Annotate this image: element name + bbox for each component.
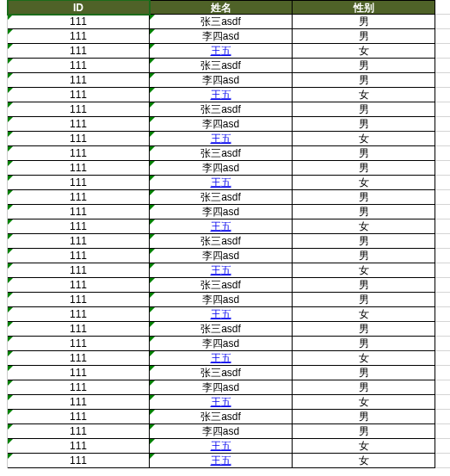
cell-gender[interactable]: 男 xyxy=(293,15,435,29)
cell-id[interactable]: 111 xyxy=(8,454,150,468)
cell-gender[interactable]: 男 xyxy=(293,322,435,337)
trailing-cell[interactable] xyxy=(435,73,450,88)
cell-gender[interactable]: 女 xyxy=(293,132,435,146)
cell-id[interactable]: 111 xyxy=(8,59,150,73)
cell-gender[interactable]: 男 xyxy=(293,278,435,293)
cell-id[interactable]: 111 xyxy=(8,219,150,234)
cell-id[interactable]: 111 xyxy=(8,44,150,59)
trailing-cell[interactable] xyxy=(435,439,450,454)
cell-id[interactable]: 111 xyxy=(8,234,150,249)
cell-id[interactable]: 111 xyxy=(8,146,150,161)
cell-name[interactable]: 李四asd xyxy=(150,29,293,44)
cell-name[interactable]: 李四asd xyxy=(150,117,293,132)
cell-name[interactable]: 张三asdf xyxy=(150,410,293,424)
cell-gender[interactable]: 男 xyxy=(293,337,435,351)
cell-gender[interactable]: 男 xyxy=(293,424,435,439)
cell-id[interactable]: 111 xyxy=(8,161,150,176)
cell-gender[interactable]: 女 xyxy=(293,176,435,190)
cell-name[interactable]: 李四asd xyxy=(150,205,293,219)
cell-name[interactable]: 王五 xyxy=(150,395,293,410)
cell-gender[interactable]: 女 xyxy=(293,351,435,366)
trailing-cell[interactable] xyxy=(435,0,450,15)
cell-gender[interactable]: 男 xyxy=(293,234,435,249)
trailing-cell[interactable] xyxy=(435,15,450,29)
trailing-cell[interactable] xyxy=(435,307,450,322)
cell-name[interactable]: 王五 xyxy=(150,454,293,468)
cell-name[interactable]: 张三asdf xyxy=(150,102,293,117)
cell-gender[interactable]: 男 xyxy=(293,73,435,88)
cell-name[interactable]: 王五 xyxy=(150,44,293,59)
cell-name[interactable]: 王五 xyxy=(150,219,293,234)
trailing-cell[interactable] xyxy=(435,351,450,366)
header-name[interactable]: 姓名 xyxy=(150,0,293,15)
cell-id[interactable]: 111 xyxy=(8,293,150,307)
cell-id[interactable]: 111 xyxy=(8,351,150,366)
cell-gender[interactable]: 男 xyxy=(293,366,435,380)
cell-gender[interactable]: 男 xyxy=(293,59,435,73)
cell-name[interactable]: 王五 xyxy=(150,351,293,366)
cell-gender[interactable]: 女 xyxy=(293,439,435,454)
cell-gender[interactable]: 男 xyxy=(293,102,435,117)
cell-id[interactable]: 111 xyxy=(8,102,150,117)
cell-id[interactable]: 111 xyxy=(8,395,150,410)
cell-name[interactable]: 张三asdf xyxy=(150,146,293,161)
cell-name[interactable]: 张三asdf xyxy=(150,190,293,205)
cell-name[interactable]: 李四asd xyxy=(150,161,293,176)
cell-name[interactable]: 李四asd xyxy=(150,337,293,351)
cell-name[interactable]: 李四asd xyxy=(150,249,293,263)
cell-gender[interactable]: 女 xyxy=(293,307,435,322)
cell-name[interactable]: 李四asd xyxy=(150,424,293,439)
cell-gender[interactable]: 女 xyxy=(293,44,435,59)
cell-name[interactable]: 王五 xyxy=(150,263,293,278)
trailing-cell[interactable] xyxy=(435,117,450,132)
trailing-cell[interactable] xyxy=(435,190,450,205)
cell-id[interactable]: 111 xyxy=(8,366,150,380)
cell-name[interactable]: 王五 xyxy=(150,439,293,454)
cell-name[interactable]: 王五 xyxy=(150,88,293,102)
trailing-cell[interactable] xyxy=(435,176,450,190)
cell-name[interactable]: 王五 xyxy=(150,176,293,190)
trailing-cell[interactable] xyxy=(435,454,450,468)
trailing-cell[interactable] xyxy=(435,88,450,102)
cell-id[interactable]: 111 xyxy=(8,132,150,146)
cell-id[interactable]: 111 xyxy=(8,205,150,219)
cell-id[interactable]: 111 xyxy=(8,29,150,44)
cell-id[interactable]: 111 xyxy=(8,337,150,351)
trailing-cell[interactable] xyxy=(435,161,450,176)
cell-gender[interactable]: 女 xyxy=(293,219,435,234)
cell-name[interactable]: 张三asdf xyxy=(150,234,293,249)
trailing-cell[interactable] xyxy=(435,366,450,380)
cell-id[interactable]: 111 xyxy=(8,278,150,293)
cell-gender[interactable]: 女 xyxy=(293,88,435,102)
cell-id[interactable]: 111 xyxy=(8,117,150,132)
cell-id[interactable]: 111 xyxy=(8,307,150,322)
trailing-cell[interactable] xyxy=(435,249,450,263)
trailing-cell[interactable] xyxy=(435,234,450,249)
cell-gender[interactable]: 男 xyxy=(293,293,435,307)
cell-name[interactable]: 李四asd xyxy=(150,380,293,395)
trailing-cell[interactable] xyxy=(435,337,450,351)
cell-gender[interactable]: 男 xyxy=(293,29,435,44)
cell-gender[interactable]: 男 xyxy=(293,380,435,395)
cell-id[interactable]: 111 xyxy=(8,190,150,205)
cell-id[interactable]: 111 xyxy=(8,410,150,424)
trailing-cell[interactable] xyxy=(435,322,450,337)
cell-name[interactable]: 张三asdf xyxy=(150,59,293,73)
cell-id[interactable]: 111 xyxy=(8,15,150,29)
trailing-cell[interactable] xyxy=(435,380,450,395)
trailing-cell[interactable] xyxy=(435,395,450,410)
cell-name[interactable]: 张三asdf xyxy=(150,366,293,380)
trailing-cell[interactable] xyxy=(435,278,450,293)
cell-gender[interactable]: 女 xyxy=(293,263,435,278)
cell-id[interactable]: 111 xyxy=(8,439,150,454)
cell-name[interactable]: 张三asdf xyxy=(150,15,293,29)
trailing-cell[interactable] xyxy=(435,29,450,44)
cell-gender[interactable]: 男 xyxy=(293,190,435,205)
cell-id[interactable]: 111 xyxy=(8,322,150,337)
cell-id[interactable]: 111 xyxy=(8,176,150,190)
cell-gender[interactable]: 男 xyxy=(293,410,435,424)
trailing-cell[interactable] xyxy=(435,102,450,117)
header-id[interactable]: ID xyxy=(8,0,150,15)
cell-name[interactable]: 张三asdf xyxy=(150,278,293,293)
trailing-cell[interactable] xyxy=(435,205,450,219)
